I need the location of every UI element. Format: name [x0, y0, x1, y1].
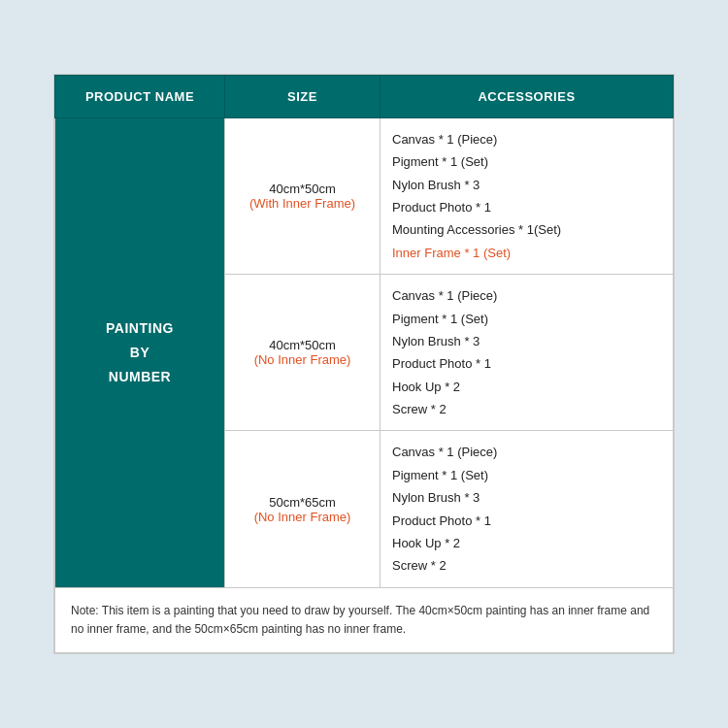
size-cell: 50cm*65cm(No Inner Frame)	[225, 431, 381, 587]
size-cell: 40cm*50cm(With Inner Frame)	[225, 117, 381, 274]
accessories-cell: Canvas * 1 (Piece)Pigment * 1 (Set)Nylon…	[381, 431, 674, 587]
header-size: SIZE	[225, 75, 381, 117]
note-text: Note: This item is a painting that you n…	[55, 587, 674, 652]
product-name-cell: PAINTINGBYNUMBER	[55, 117, 225, 587]
product-table-container: PRODUCT NAME SIZE ACCESSORIES PAINTINGBY…	[53, 74, 675, 654]
table-row: PAINTINGBYNUMBER40cm*50cm(With Inner Fra…	[55, 117, 674, 274]
header-accessories: ACCESSORIES	[381, 75, 674, 117]
table-header-row: PRODUCT NAME SIZE ACCESSORIES	[55, 75, 674, 117]
size-cell: 40cm*50cm(No Inner Frame)	[225, 275, 381, 431]
header-product-name: PRODUCT NAME	[55, 75, 225, 117]
accessories-cell: Canvas * 1 (Piece)Pigment * 1 (Set)Nylon…	[381, 275, 674, 431]
note-row: Note: This item is a painting that you n…	[55, 587, 674, 652]
accessories-cell: Canvas * 1 (Piece)Pigment * 1 (Set)Nylon…	[381, 117, 674, 274]
